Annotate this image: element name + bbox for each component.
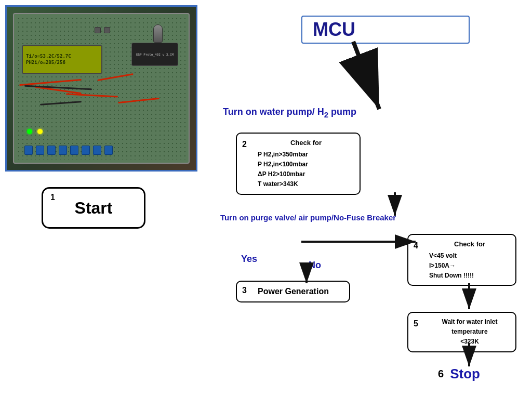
box2-title: Check for — [258, 138, 354, 149]
connectors-row — [24, 146, 113, 155]
chip-label: ESP Proto_402 v 3.CM — [136, 52, 174, 56]
box5-line2: temperature — [429, 327, 510, 337]
box5-line3: <323K — [429, 337, 510, 347]
start-number: 1 — [50, 193, 55, 202]
box5-number: 5 — [414, 317, 418, 331]
connector-7 — [93, 146, 101, 155]
box2-number: 2 — [242, 138, 247, 151]
box2-line1: P H2,in>350mbar — [258, 150, 354, 160]
mcu-chip: ESP Proto_402 v 3.CM — [131, 43, 178, 66]
box6-stop: Stop — [450, 366, 480, 382]
led-green — [27, 129, 32, 134]
pushbtn-1 — [95, 27, 101, 33]
water-pump-label: Turn on water pump/ H2 pump — [223, 107, 356, 119]
start-box: 1 Start — [42, 187, 145, 229]
connector-1 — [24, 146, 33, 155]
box-5: 5 Wait for water inlet temperature <323K — [407, 312, 516, 352]
connector-5 — [70, 146, 78, 155]
no-label: No — [309, 260, 321, 271]
breadboard: Ti/o=53.2C/52.7C PH2i/o=285/256 ESP Prot… — [13, 13, 190, 164]
box4-line2: I>150A→ — [429, 261, 510, 271]
connector-3 — [47, 146, 56, 155]
box2-line2: P H2,in<100mbar — [258, 160, 354, 169]
start-label: Start — [75, 199, 113, 218]
box5-line1: Wait for water inlet — [429, 317, 510, 327]
pushbtn-2 — [104, 27, 110, 33]
connector-8 — [104, 146, 113, 155]
box-2: 2 Check for P H2,in>350mbar P H2,in<100m… — [236, 133, 361, 195]
box2-line4: T water>343K — [258, 179, 354, 189]
lcd-line2: PH2i/o=285/256 — [26, 60, 98, 66]
connector-2 — [36, 146, 44, 155]
mcu-photo: Ti/o=53.2C/52.7C PH2i/o=285/256 ESP Prot… — [5, 5, 197, 172]
box4-line3: Shut Down !!!!! — [429, 271, 510, 281]
lcd-line1: Ti/o=53.2C/52.7C — [26, 54, 98, 60]
box-6: 6 Stop — [438, 366, 480, 382]
box3-number: 3 — [242, 286, 247, 295]
box4-title: Check for — [429, 239, 510, 250]
flowchart-area: Turn on water pump/ H2 pump 2 Check for … — [220, 5, 522, 385]
purge-label: Turn on purge valve/ air pump/No-Fuse Br… — [220, 213, 396, 222]
led-yellow — [37, 129, 43, 134]
box-4: 4 Check for V<45 volt I>150A→ Shut Down … — [407, 234, 516, 286]
lcd-display: Ti/o=53.2C/52.7C PH2i/o=285/256 — [22, 45, 102, 74]
yes-label: Yes — [241, 254, 257, 265]
box6-number: 6 — [438, 368, 444, 380]
box4-line1: V<45 volt — [429, 251, 510, 261]
page-container: Ti/o=53.2C/52.7C PH2i/o=285/256 ESP Prot… — [0, 0, 532, 395]
box4-number: 4 — [414, 239, 418, 253]
connector-4 — [59, 146, 67, 155]
connector-6 — [82, 146, 90, 155]
box3-label: Power Generation — [258, 287, 344, 296]
box-3: 3 Power Generation — [236, 281, 350, 302]
box2-line3: ΔP H2>100mbar — [258, 169, 354, 179]
capacitor — [153, 24, 163, 43]
